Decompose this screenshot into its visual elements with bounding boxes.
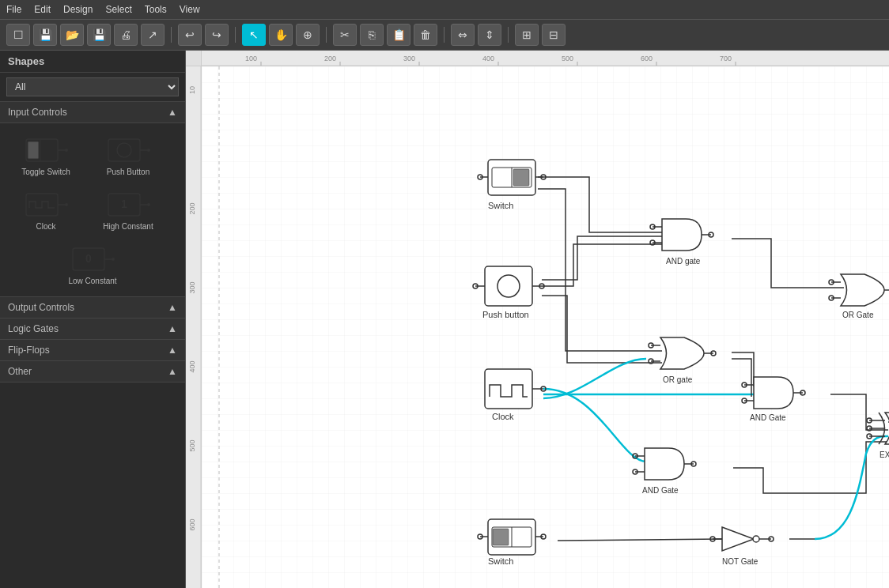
canvas-area[interactable]: Switch Push button: [202, 66, 889, 588]
circuit-canvas[interactable]: Switch Push button: [202, 66, 889, 588]
svg-rect-2: [28, 141, 39, 159]
separator-4: [444, 27, 444, 43]
menu-edit[interactable]: Edit: [34, 4, 51, 15]
zoom-tool-button[interactable]: ⊕: [296, 24, 320, 46]
new-button[interactable]: ☐: [6, 24, 30, 46]
svg-point-8: [147, 149, 150, 152]
chevron-up-icon: ▲: [168, 107, 177, 118]
switch2-component[interactable]: [478, 519, 546, 555]
menu-tools[interactable]: Tools: [145, 4, 167, 15]
section-header-input-controls[interactable]: Input Controls ▲: [0, 102, 185, 123]
ungroup-button[interactable]: ⊟: [542, 24, 566, 46]
redo-button[interactable]: ↪: [205, 24, 229, 46]
shape-low-constant[interactable]: 0 Low Constant: [6, 239, 179, 290]
shapes-filter-select[interactable]: All Input Controls Output Controls Logic…: [6, 77, 179, 96]
section-header-other[interactable]: Other ▲: [0, 361, 185, 383]
menu-bar: File Edit Design Select Tools View: [0, 0, 889, 19]
main-area: Shapes All Input Controls Output Control…: [0, 51, 889, 588]
svg-point-6: [117, 143, 131, 157]
sidebar: Shapes All Input Controls Output Control…: [0, 51, 186, 588]
svg-rect-42: [202, 66, 889, 588]
svg-rect-68: [493, 529, 509, 545]
shape-toggle-switch[interactable]: Toggle Switch: [6, 130, 85, 181]
section-label-flip-flops: Flip-Flops: [8, 345, 50, 356]
copy-button[interactable]: ⎘: [360, 24, 384, 46]
svg-text:600: 600: [188, 518, 196, 530]
svg-point-112: [753, 536, 759, 542]
hand-tool-button[interactable]: ✋: [269, 24, 293, 46]
flip-h-button[interactable]: ⇔: [451, 24, 475, 46]
section-header-flip-flops[interactable]: Flip-Flops ▲: [0, 340, 185, 361]
switch2-label: Switch: [488, 556, 513, 566]
toolbar: ☐ 💾 📂 💾 🖨 ↗ ↩ ↪ ↖ ✋ ⊕ ✂ ⎘ 📋 🗑 ⇔ ⇕ ⊞ ⊟: [0, 19, 889, 51]
svg-text:200: 200: [188, 202, 196, 214]
svg-point-15: [147, 203, 150, 206]
section-label-logic-gates: Logic Gates: [8, 323, 59, 334]
shapes-title: Shapes: [8, 55, 44, 67]
section-header-output-controls[interactable]: Output Controls ▲: [0, 297, 185, 318]
svg-text:500: 500: [562, 55, 573, 62]
svg-rect-5: [108, 139, 140, 161]
cut-button[interactable]: ✂: [333, 24, 357, 46]
flip-v-button[interactable]: ⇕: [478, 24, 501, 46]
section-label-output-controls: Output Controls: [8, 302, 74, 313]
shapes-filter-row: All Input Controls Output Controls Logic…: [0, 73, 185, 102]
high-constant-icon: 1: [104, 189, 152, 220]
or2-label: OR Gate: [842, 311, 874, 319]
chevron-up-icon-5: ▲: [168, 366, 177, 377]
separator-1: [171, 27, 172, 43]
paste-button[interactable]: 📋: [387, 24, 410, 46]
and2-label: AND Gate: [750, 413, 786, 422]
ruler-left: 10 200 300 400 500 600: [186, 66, 202, 588]
pushbtn1-label: Push button: [482, 310, 529, 319]
svg-text:700: 700: [720, 55, 732, 62]
svg-text:400: 400: [482, 55, 494, 62]
low-constant-label: Low Constant: [68, 277, 116, 285]
group-button[interactable]: ⊞: [515, 24, 539, 46]
toggle-switch-icon: [22, 134, 70, 166]
export-button[interactable]: ↗: [141, 24, 165, 46]
svg-text:200: 200: [324, 55, 336, 62]
push-button-label: Push Button: [107, 168, 149, 176]
print-button[interactable]: 🖨: [114, 24, 138, 46]
high-constant-label: High Constant: [103, 222, 153, 231]
svg-text:300: 300: [188, 281, 196, 293]
exor-label: EXOR Gate: [880, 450, 889, 459]
section-label-other: Other: [8, 366, 32, 377]
menu-select[interactable]: Select: [105, 4, 131, 15]
save-dropdown-button[interactable]: 💾: [33, 24, 57, 46]
menu-view[interactable]: View: [180, 4, 200, 15]
menu-design[interactable]: Design: [63, 4, 93, 15]
chevron-up-icon-2: ▲: [168, 302, 177, 313]
select-tool-button[interactable]: ↖: [242, 24, 266, 46]
menu-file[interactable]: File: [6, 4, 21, 15]
shapes-panel-header: Shapes: [0, 51, 185, 73]
open-button[interactable]: 📂: [60, 24, 84, 46]
svg-rect-62: [485, 369, 532, 409]
svg-text:600: 600: [641, 55, 653, 62]
delete-button[interactable]: 🗑: [414, 24, 437, 46]
save-button[interactable]: 💾: [87, 24, 111, 46]
svg-rect-56: [485, 266, 532, 306]
section-content-input-controls: Toggle Switch Push Button: [0, 123, 185, 297]
section-label-input-controls: Input Controls: [8, 107, 67, 118]
canvas-container[interactable]: 100 200 300 400 500 600 700 10 200 300 4…: [186, 51, 889, 588]
push-button-icon: [104, 134, 152, 166]
shape-clock[interactable]: Clock: [6, 184, 85, 236]
section-header-logic-gates[interactable]: Logic Gates ▲: [0, 318, 185, 340]
shape-high-constant[interactable]: 1 High Constant: [89, 184, 168, 236]
low-constant-icon: 0: [69, 243, 116, 275]
svg-text:1: 1: [121, 198, 127, 210]
svg-text:300: 300: [403, 55, 415, 62]
or1-label: OR gate: [663, 375, 693, 384]
switch1-component[interactable]: [478, 160, 546, 195]
svg-rect-51: [513, 169, 529, 186]
toggle-switch-label: Toggle Switch: [21, 168, 70, 176]
undo-button[interactable]: ↩: [178, 24, 202, 46]
svg-text:400: 400: [188, 360, 196, 372]
svg-text:500: 500: [188, 439, 196, 451]
svg-text:0: 0: [85, 252, 92, 265]
ruler-top: 100 200 300 400 500 600 700: [202, 51, 889, 66]
clock1-label: Clock: [492, 412, 514, 421]
shape-push-button[interactable]: Push Button: [89, 130, 168, 181]
